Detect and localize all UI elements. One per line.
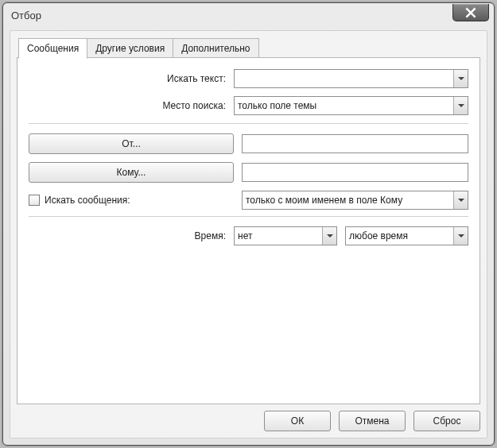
close-button[interactable] xyxy=(452,4,489,21)
tab-messages[interactable]: Сообщения xyxy=(18,38,87,59)
separator-1 xyxy=(29,123,468,124)
tab-bar: Сообщения Другие условия Дополнительно xyxy=(17,37,480,58)
name-scope-dropdown-button[interactable] xyxy=(453,191,468,209)
search-messages-checkbox[interactable] xyxy=(29,195,40,206)
row-search-in: Место поиска: только поле темы xyxy=(29,96,468,115)
from-input[interactable] xyxy=(242,134,468,153)
row-from: От... xyxy=(29,133,468,154)
time-when-value: нет xyxy=(238,230,320,241)
client-area: Сообщения Другие условия Дополнительно И… xyxy=(10,30,487,438)
dialog-footer: ОК Отмена Сброс xyxy=(17,404,480,431)
reset-button[interactable]: Сброс xyxy=(414,411,480,431)
search-in-value: только поле темы xyxy=(238,100,452,111)
time-range-dropdown-button[interactable] xyxy=(453,227,468,245)
separator-2 xyxy=(29,216,468,217)
tab-panel-messages: Искать текст: Место поиска: только поле … xyxy=(17,57,480,404)
chevron-down-icon xyxy=(327,233,333,239)
dialog-window: Отбор Сообщения Другие условия Дополните… xyxy=(2,2,495,446)
label-search-text: Искать текст: xyxy=(29,73,234,84)
cancel-button[interactable]: Отмена xyxy=(339,411,406,431)
name-scope-value: только с моим именем в поле Кому xyxy=(246,195,452,206)
search-in-combo[interactable]: только поле темы xyxy=(234,96,468,115)
window-title: Отбор xyxy=(11,10,452,21)
label-time: Время: xyxy=(29,230,234,241)
chevron-down-icon xyxy=(458,75,464,82)
time-range-combo[interactable]: любое время xyxy=(345,226,468,245)
ok-button[interactable]: ОК xyxy=(264,411,331,431)
titlebar: Отбор xyxy=(3,3,494,27)
row-search-text: Искать текст: xyxy=(29,69,468,88)
tab-additional[interactable]: Дополнительно xyxy=(173,38,258,59)
search-text-combo[interactable] xyxy=(234,69,468,88)
row-to: Кому... xyxy=(29,162,468,183)
chevron-down-icon xyxy=(458,197,464,203)
from-button[interactable]: От... xyxy=(29,133,234,154)
label-search-messages: Искать сообщения: xyxy=(45,195,130,206)
search-in-dropdown-button[interactable] xyxy=(453,97,468,114)
time-when-combo[interactable]: нет xyxy=(234,226,337,245)
to-input[interactable] xyxy=(242,163,468,182)
time-range-value: любое время xyxy=(349,230,452,241)
close-icon xyxy=(465,7,476,18)
to-button[interactable]: Кому... xyxy=(29,162,234,183)
label-search-in: Место поиска: xyxy=(29,100,234,111)
row-time: Время: нет любое время xyxy=(29,226,468,245)
tab-other-conditions[interactable]: Другие условия xyxy=(87,38,173,59)
chevron-down-icon xyxy=(458,233,464,239)
time-when-dropdown-button[interactable] xyxy=(322,227,336,245)
row-search-messages: Искать сообщения: только с моим именем в… xyxy=(29,191,468,210)
search-text-dropdown-button[interactable] xyxy=(453,70,468,87)
chevron-down-icon xyxy=(458,102,464,109)
name-scope-combo[interactable]: только с моим именем в поле Кому xyxy=(242,191,468,210)
